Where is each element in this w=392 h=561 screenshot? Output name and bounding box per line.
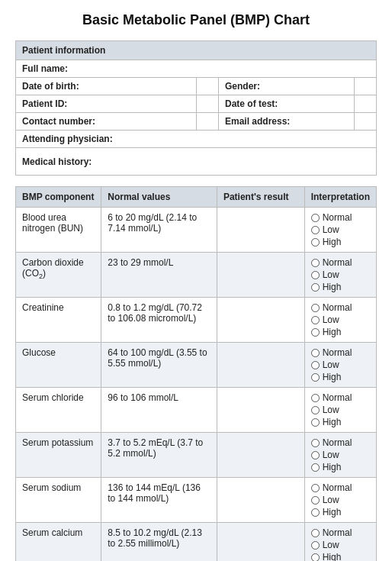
radio-circle-icon [311, 406, 320, 414]
normal-values-cell: 3.7 to 5.2 mEq/L (3.7 to 5.2 mmol/L) [101, 433, 217, 478]
radio-circle-icon [311, 361, 320, 369]
radio-label: Normal [323, 482, 352, 493]
patient-result-input[interactable] [223, 212, 298, 223]
patient-result-cell[interactable] [217, 388, 304, 433]
radio-item[interactable]: High [311, 372, 370, 382]
normal-values-cell: 64 to 100 mg/dL (3.55 to 5.55 mmol/L) [101, 343, 217, 388]
radio-item[interactable]: Normal [311, 302, 370, 313]
radio-item[interactable]: Low [311, 540, 370, 550]
patient-info-table: Patient information Full name: Date of b… [15, 40, 377, 176]
radio-circle-icon [311, 226, 320, 234]
fullname-label: Full name: [16, 60, 377, 78]
radio-circle-icon [311, 259, 320, 267]
radio-label: High [323, 417, 342, 427]
radio-item[interactable]: High [311, 237, 370, 247]
email-value [354, 113, 377, 131]
radio-item[interactable]: Low [311, 314, 370, 325]
patient-result-input[interactable] [223, 437, 298, 448]
radio-circle-icon [311, 271, 320, 279]
radio-item[interactable]: High [311, 507, 370, 517]
dob-value [196, 78, 218, 95]
radio-circle-icon [311, 484, 320, 492]
email-label: Email address: [218, 113, 354, 131]
radio-item[interactable]: Normal [311, 437, 370, 448]
radio-item[interactable]: Normal [311, 392, 370, 403]
bmp-component-cell: Serum chloride [16, 388, 101, 433]
patient-result-input[interactable] [223, 257, 298, 268]
radio-circle-icon [311, 238, 320, 247]
radio-circle-icon [311, 304, 320, 312]
patient-result-cell[interactable] [217, 433, 304, 478]
radio-label: Normal [323, 302, 352, 313]
radio-label: Low [323, 269, 339, 280]
datetest-label: Date of test: [218, 95, 354, 113]
radio-label: Low [323, 450, 339, 460]
normal-values-cell: 8.5 to 10.2 mg/dL (2.13 to 2.55 millimol… [101, 523, 217, 562]
radio-label: Low [323, 405, 339, 415]
radio-group: NormalLowHigh [311, 527, 370, 561]
bmp-component-cell: Carbon dioxide (CO2) [16, 253, 101, 298]
interpretation-cell: NormalLowHigh [304, 208, 376, 253]
page-title: Basic Metabolic Panel (BMP) Chart [15, 12, 377, 28]
radio-item[interactable]: Normal [311, 527, 370, 538]
radio-item[interactable]: Low [311, 495, 370, 505]
interpretation-cell: NormalLowHigh [304, 478, 376, 523]
radio-item[interactable]: Low [311, 359, 370, 370]
patient-result-cell[interactable] [217, 298, 304, 343]
table-row: Blood urea nitrogen (BUN)6 to 20 mg/dL (… [16, 208, 377, 253]
radio-circle-icon [311, 553, 320, 562]
radio-item[interactable]: High [311, 327, 370, 337]
radio-group: NormalLowHigh [311, 437, 370, 472]
patient-result-input[interactable] [223, 482, 298, 493]
radio-item[interactable]: Normal [311, 347, 370, 358]
radio-item[interactable]: Low [311, 450, 370, 460]
normal-values-cell: 6 to 20 mg/dL (2.14 to 7.14 mmol/L) [101, 208, 217, 253]
table-row: Serum calcium8.5 to 10.2 mg/dL (2.13 to … [16, 523, 377, 562]
patient-result-cell[interactable] [217, 208, 304, 253]
radio-label: Low [323, 495, 339, 505]
bmp-component-cell: Creatinine [16, 298, 101, 343]
radio-item[interactable]: Low [311, 224, 370, 235]
patient-result-input[interactable] [223, 527, 298, 538]
radio-item[interactable]: High [311, 417, 370, 427]
radio-group: NormalLowHigh [311, 482, 370, 517]
radio-item[interactable]: Normal [311, 212, 370, 223]
radio-item[interactable]: Low [311, 269, 370, 280]
radio-label: High [323, 327, 342, 337]
patient-result-input[interactable] [223, 347, 298, 358]
radio-item[interactable]: Normal [311, 482, 370, 493]
patient-result-cell[interactable] [217, 478, 304, 523]
table-row: Serum chloride96 to 106 mmol/LNormalLowH… [16, 388, 377, 433]
radio-label: Normal [323, 257, 352, 268]
radio-circle-icon [311, 418, 320, 427]
contact-label: Contact number: [16, 113, 197, 131]
radio-label: Normal [323, 527, 352, 538]
interpretation-cell: NormalLowHigh [304, 253, 376, 298]
radio-circle-icon [311, 214, 320, 222]
radio-circle-icon [311, 316, 320, 324]
table-row: Serum sodium136 to 144 mEq/L (136 to 144… [16, 478, 377, 523]
interpretation-cell: NormalLowHigh [304, 298, 376, 343]
patient-result-cell[interactable] [217, 523, 304, 562]
radio-circle-icon [311, 283, 320, 292]
patient-result-cell[interactable] [217, 343, 304, 388]
patientid-datetest-row: Patient ID: Date of test: [16, 95, 377, 113]
interpretation-cell: NormalLowHigh [304, 433, 376, 478]
radio-label: Normal [323, 212, 352, 223]
radio-item[interactable]: High [311, 552, 370, 561]
radio-circle-icon [311, 529, 320, 537]
patient-result-cell[interactable] [217, 253, 304, 298]
gender-value [354, 78, 377, 95]
bmp-component-cell: Blood urea nitrogen (BUN) [16, 208, 101, 253]
radio-item[interactable]: High [311, 462, 370, 472]
radio-item[interactable]: Normal [311, 257, 370, 268]
history-label: Medical history: [16, 148, 377, 176]
history-row: Medical history: [16, 148, 377, 176]
radio-item[interactable]: Low [311, 405, 370, 415]
radio-item[interactable]: High [311, 282, 370, 292]
patient-result-input[interactable] [223, 302, 298, 313]
dob-gender-row: Date of birth: Gender: [16, 78, 377, 95]
radio-circle-icon [311, 496, 320, 505]
patient-result-input[interactable] [223, 392, 298, 403]
col-header-component: BMP component [16, 187, 101, 208]
